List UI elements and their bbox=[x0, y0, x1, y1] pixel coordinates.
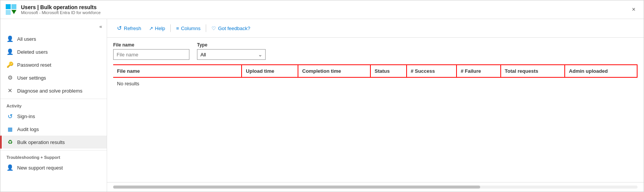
page-subtitle: Microsoft - Microsoft Entra ID for workf… bbox=[21, 10, 101, 15]
deleted-users-icon: 👤 bbox=[6, 48, 13, 55]
sidebar-item-label: Diagnose and solve problems bbox=[17, 88, 82, 94]
file-name-input[interactable] bbox=[113, 49, 189, 60]
diagnose-icon: ✕ bbox=[6, 87, 13, 94]
col-header-status[interactable]: Status bbox=[370, 65, 407, 77]
sign-ins-icon: ↺ bbox=[6, 113, 13, 120]
no-results-text: No results bbox=[113, 77, 637, 90]
password-reset-icon: 🔑 bbox=[6, 61, 13, 68]
col-header-completion-time[interactable]: Completion time bbox=[298, 65, 370, 77]
sidebar: « 👤 All users 👤 Deleted users 🔑 Password… bbox=[0, 19, 107, 192]
feedback-label: Got feedback? bbox=[218, 26, 250, 31]
svg-marker-3 bbox=[11, 10, 16, 14]
feedback-icon: ♡ bbox=[211, 26, 216, 31]
sidebar-item-label: Audit logs bbox=[17, 126, 39, 132]
columns-button[interactable]: ≡ Columns bbox=[172, 24, 204, 33]
col-header-admin-uploaded[interactable]: Admin uploaded bbox=[565, 65, 637, 77]
main-layout: « 👤 All users 👤 Deleted users 🔑 Password… bbox=[0, 19, 644, 192]
settings-icon: ⚙ bbox=[6, 74, 13, 81]
type-filter-label: Type bbox=[197, 42, 266, 48]
table-header-row: File name Upload time Completion time St… bbox=[113, 65, 637, 77]
refresh-label: Refresh bbox=[124, 26, 141, 31]
col-header-failure[interactable]: # Failure bbox=[457, 65, 501, 77]
sidebar-collapse-area: « bbox=[0, 22, 107, 32]
sidebar-item-label: User settings bbox=[17, 75, 46, 81]
scrollbar-track[interactable] bbox=[113, 186, 638, 189]
sidebar-item-label: New support request bbox=[17, 165, 63, 171]
sidebar-item-deleted-users[interactable]: 👤 Deleted users bbox=[0, 45, 107, 58]
col-header-upload-time[interactable]: Upload time bbox=[242, 65, 298, 77]
sidebar-item-new-support[interactable]: 👤 New support request bbox=[0, 161, 107, 174]
audit-logs-icon: ▦ bbox=[6, 126, 13, 133]
horizontal-scrollbar-area[interactable] bbox=[107, 182, 644, 192]
scrollbar-thumb[interactable] bbox=[113, 186, 480, 189]
sidebar-item-audit-logs[interactable]: ▦ Audit logs bbox=[0, 123, 107, 136]
refresh-icon: ↺ bbox=[117, 25, 122, 32]
svg-rect-0 bbox=[6, 4, 11, 9]
title-text: Users | Bulk operation results Microsoft… bbox=[21, 4, 101, 15]
columns-icon: ≡ bbox=[176, 26, 179, 31]
col-header-success[interactable]: # Success bbox=[407, 65, 457, 77]
no-results-row: No results bbox=[113, 77, 637, 90]
content-area: ↺ Refresh ↗ Help ≡ Columns ♡ Got feedbac… bbox=[107, 19, 644, 192]
troubleshooting-section-label: Troubleshooting + Support bbox=[0, 150, 107, 161]
type-select-wrapper: All Create Invite Delete bbox=[197, 49, 266, 60]
sidebar-item-label: Sign-ins bbox=[17, 114, 35, 119]
sidebar-item-all-users[interactable]: 👤 All users bbox=[0, 32, 107, 45]
sidebar-item-label: Bulk operation results bbox=[17, 139, 65, 145]
table-container: File name Upload time Completion time St… bbox=[107, 64, 644, 182]
sidebar-item-bulk-operation-results[interactable]: ♻ Bulk operation results bbox=[0, 136, 107, 149]
app-logo bbox=[5, 3, 17, 16]
columns-label: Columns bbox=[181, 26, 200, 31]
support-icon: 👤 bbox=[6, 164, 13, 171]
title-bar-left: Users | Bulk operation results Microsoft… bbox=[5, 3, 101, 16]
filters-area: File name Type All Create Invite Delete bbox=[107, 38, 644, 64]
toolbar-divider-1 bbox=[170, 24, 171, 32]
help-label: Help bbox=[155, 26, 165, 31]
sidebar-item-diagnose[interactable]: ✕ Diagnose and solve problems bbox=[0, 84, 107, 97]
collapse-sidebar-button[interactable]: « bbox=[99, 24, 102, 29]
sidebar-item-label: Password reset bbox=[17, 62, 51, 68]
refresh-button[interactable]: ↺ Refresh bbox=[113, 23, 145, 34]
sidebar-item-user-settings[interactable]: ⚙ User settings bbox=[0, 71, 107, 84]
title-bar: Users | Bulk operation results Microsoft… bbox=[0, 0, 644, 19]
results-table: File name Upload time Completion time St… bbox=[113, 64, 638, 90]
svg-rect-2 bbox=[6, 10, 11, 15]
help-icon: ↗ bbox=[149, 26, 153, 31]
toolbar: ↺ Refresh ↗ Help ≡ Columns ♡ Got feedbac… bbox=[107, 19, 644, 38]
help-button[interactable]: ↗ Help bbox=[145, 24, 169, 33]
all-users-icon: 👤 bbox=[6, 35, 13, 42]
col-header-file-name[interactable]: File name bbox=[113, 65, 242, 77]
svg-rect-1 bbox=[11, 4, 16, 9]
sidebar-item-sign-ins[interactable]: ↺ Sign-ins bbox=[0, 110, 107, 123]
toolbar-divider-2 bbox=[206, 24, 206, 32]
type-select[interactable]: All Create Invite Delete bbox=[197, 49, 266, 60]
page-title: Users | Bulk operation results bbox=[21, 4, 101, 10]
sidebar-item-password-reset[interactable]: 🔑 Password reset bbox=[0, 58, 107, 71]
sidebar-item-label: All users bbox=[17, 36, 36, 42]
feedback-button[interactable]: ♡ Got feedback? bbox=[208, 24, 254, 33]
file-name-filter-label: File name bbox=[113, 42, 189, 48]
file-name-filter-group: File name bbox=[113, 42, 189, 60]
sidebar-item-label: Deleted users bbox=[17, 49, 48, 55]
bulk-operation-icon: ♻ bbox=[6, 139, 13, 146]
activity-section-label: Activity bbox=[0, 99, 107, 110]
col-header-total-requests[interactable]: Total requests bbox=[501, 65, 565, 77]
type-filter-group: Type All Create Invite Delete bbox=[197, 42, 266, 60]
close-button[interactable]: × bbox=[628, 4, 639, 15]
